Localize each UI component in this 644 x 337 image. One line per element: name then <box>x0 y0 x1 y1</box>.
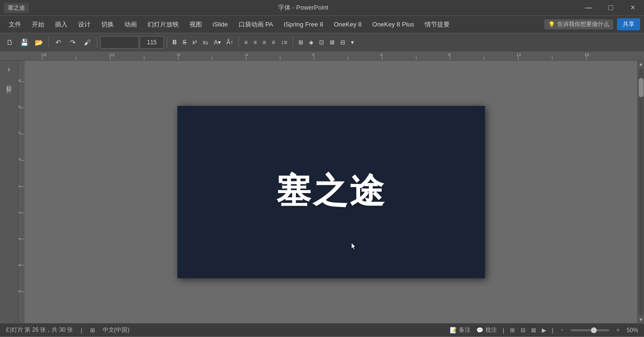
new-button[interactable]: 🗋 <box>3 36 16 49</box>
slide-info: 幻灯片 第 26 张，共 30 张 <box>6 326 73 334</box>
save-button[interactable]: 💾 <box>17 36 31 49</box>
toolbar: 🗋 💾 📂 ↶ ↷ 🖌 B S x² x₂ A▾ Â↑ ≡ ≡ ≡ ≡ ↕≡ ⊞… <box>0 33 644 52</box>
titlebar-left: 塞之途 <box>0 3 29 13</box>
menu-islide[interactable]: iSlide <box>208 19 233 30</box>
bold-button[interactable]: B <box>170 36 179 49</box>
font-color-button[interactable]: A▾ <box>212 36 223 49</box>
superscript-button[interactable]: x₂ <box>201 36 211 49</box>
notes-label: 备注 <box>459 326 470 334</box>
menu-transitions[interactable]: 切换 <box>96 18 119 31</box>
zoom-in-button[interactable]: ＋ <box>615 326 621 334</box>
menu-pocket-animation[interactable]: 口袋动画 PA <box>234 18 278 31</box>
font-name-input[interactable] <box>100 36 139 49</box>
share-button[interactable]: 共享 <box>617 18 640 30</box>
statusbar: 幻灯片 第 26 张，共 30 张 | ⊞ 中文(中国) 📝 备注 💬 批注 |… <box>0 323 644 337</box>
separator-1 <box>48 37 49 48</box>
menu-slideshow[interactable]: 幻灯片放映 <box>143 18 184 31</box>
language-info: 中文(中国) <box>103 326 130 334</box>
menu-insert[interactable]: 插入 <box>50 18 72 31</box>
menu-design[interactable]: 设计 <box>73 18 95 31</box>
redo-button[interactable]: ↷ <box>66 36 80 49</box>
collapse-panel-button[interactable]: › <box>3 64 15 75</box>
menu-ispring[interactable]: iSpring Free 8 <box>279 19 328 30</box>
shape-fill-button[interactable]: ◈ <box>307 36 316 49</box>
zoom-out-button[interactable]: － <box>559 326 565 334</box>
search-placeholder: 告诉我你想要做什么 <box>557 20 609 28</box>
arrange-button[interactable]: ⊡ <box>317 36 326 49</box>
scroll-thumb[interactable] <box>639 78 644 97</box>
justify-button[interactable]: ≡ <box>269 36 278 49</box>
menubar: 文件 开始 插入 设计 切换 动画 幻灯片放映 视图 iSlide 口袋动画 P… <box>0 15 644 33</box>
view-separator: | <box>503 327 504 334</box>
scroll-track[interactable] <box>639 68 644 315</box>
cursor-indicator <box>351 242 356 250</box>
ruler-v-top <box>18 52 25 60</box>
separator-5 <box>293 37 293 48</box>
resize-button[interactable]: ⊠ <box>327 36 337 49</box>
horizontal-ruler <box>25 52 637 60</box>
view-normal-button[interactable]: ⊞ <box>510 327 515 334</box>
slide-area[interactable]: 塞之途 <box>25 61 637 323</box>
view-grid-button[interactable]: ⊟ <box>521 327 525 334</box>
more-button[interactable]: ▾ <box>349 36 356 49</box>
sidebar-label: 幻灯片 <box>5 81 13 85</box>
quick-access-group: 🗋 💾 📂 <box>3 36 45 49</box>
line-spacing-button[interactable]: ↕≡ <box>279 36 290 49</box>
vertical-ruler <box>18 61 25 323</box>
menu-file[interactable]: 文件 <box>4 18 26 31</box>
zoom-percent: 50% <box>627 327 638 334</box>
comments-icon: 💬 <box>476 327 483 334</box>
align-center-button[interactable]: ≡ <box>251 36 259 49</box>
separator-3 <box>167 37 167 48</box>
view-reading-button[interactable]: ⊠ <box>531 327 536 334</box>
scroll-up-button[interactable]: ▲ <box>638 61 644 67</box>
font-size-input[interactable] <box>140 36 164 49</box>
main-area: › 幻灯片 塞之途 ▲ ▼ <box>0 61 644 323</box>
menu-onekey8plus[interactable]: OneKey 8 Plus <box>367 19 419 30</box>
presentation-badge: 塞之途 <box>4 3 29 13</box>
scroll-down-button[interactable]: ▼ <box>638 316 644 323</box>
search-bar[interactable]: 💡 告诉我你想要做什么 <box>544 19 613 29</box>
zoom-slider-thumb[interactable] <box>591 327 597 333</box>
minimize-button[interactable]: — <box>577 0 600 15</box>
search-icon: 💡 <box>548 21 555 28</box>
menu-onekey8[interactable]: OneKey 8 <box>329 19 366 30</box>
titlebar-title: 字体 - PowerPoint <box>29 3 577 12</box>
slide-canvas[interactable]: 塞之途 <box>177 106 485 278</box>
format-painter-button[interactable]: 🖌 <box>80 36 94 49</box>
notes-icon: 📝 <box>450 327 457 334</box>
close-button[interactable]: × <box>622 0 644 15</box>
ruler-h-container <box>0 52 644 61</box>
fit-slide-button[interactable]: ⊞ <box>90 327 95 334</box>
undo-button[interactable]: ↶ <box>52 36 65 49</box>
scrollbar-right[interactable]: ▲ ▼ <box>637 61 644 323</box>
undo-redo-group: ↶ ↷ 🖌 <box>52 36 94 49</box>
layout-button[interactable]: ⊟ <box>338 36 348 49</box>
slideshow-button[interactable]: ▶ <box>542 327 546 334</box>
statusbar-right: 📝 备注 💬 批注 | ⊞ ⊟ ⊠ ▶ | － ＋ 50% <box>450 326 638 334</box>
restore-button[interactable]: □ <box>600 0 622 15</box>
align-left-button[interactable]: ≡ <box>242 36 250 49</box>
separator-2 <box>97 37 97 48</box>
text-direction-button[interactable]: ⊞ <box>296 36 306 49</box>
separator-4 <box>239 37 239 48</box>
align-right-button[interactable]: ≡ <box>260 36 268 49</box>
slide-title-text: 塞之途 <box>276 168 386 214</box>
menu-storyboard[interactable]: 情节提要 <box>420 18 455 31</box>
menu-animations[interactable]: 动画 <box>120 18 142 31</box>
comments-group[interactable]: 💬 批注 <box>476 326 497 334</box>
menubar-right: 💡 告诉我你想要做什么 共享 <box>544 18 640 30</box>
menu-view[interactable]: 视图 <box>185 18 207 31</box>
comments-label: 批注 <box>485 326 497 334</box>
zoom-slider-track[interactable] <box>571 329 609 331</box>
font-increase-button[interactable]: Â↑ <box>224 36 236 49</box>
menu-home[interactable]: 开始 <box>27 18 49 31</box>
strikethrough-button[interactable]: S <box>180 36 189 49</box>
notes-group[interactable]: 📝 备注 <box>450 326 470 334</box>
subscript-button[interactable]: x² <box>190 36 200 49</box>
ruler-right-pad <box>637 52 644 60</box>
titlebar: 塞之途 字体 - PowerPoint — □ × <box>0 0 644 15</box>
ruler-corner <box>0 52 18 60</box>
open-button[interactable]: 📂 <box>32 36 45 49</box>
vertical-ruler-canvas <box>18 61 25 323</box>
